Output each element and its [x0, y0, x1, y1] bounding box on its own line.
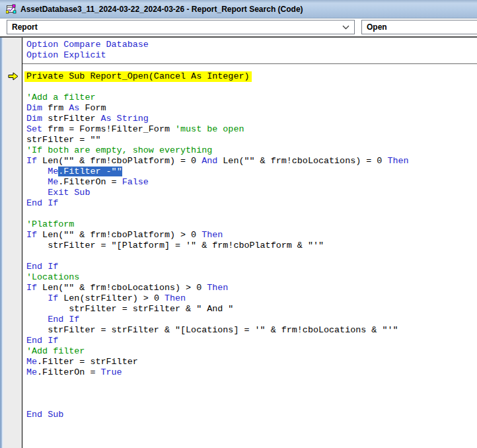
code-text — [26, 177, 48, 187]
code-text: strFilter = "[Platform] = '" & frm!cboPl… — [26, 241, 324, 250]
code-line[interactable]: 'Platform — [26, 219, 477, 230]
breakpoint-margin[interactable] — [3, 38, 22, 448]
code-text: End If — [26, 262, 58, 272]
code-text: And — [202, 156, 217, 166]
code-line[interactable] — [26, 82, 477, 93]
code-text: Len("" & frm!cboPlatform) = 0 — [37, 156, 202, 166]
code-line[interactable]: End If — [26, 198, 477, 209]
code-text: End If — [26, 198, 58, 208]
code-line[interactable]: Me.Fitlter -"" — [26, 167, 477, 177]
toolbar: Report Open — [0, 19, 477, 36]
code-line[interactable] — [26, 389, 477, 399]
code-text: End If — [48, 315, 79, 324]
code-text: Len("" & frm!cboLocations) > 0 — [37, 283, 207, 293]
execution-point-highlight: Private Sub Report_Open(Cancel As Intege… — [24, 71, 252, 82]
code-line[interactable]: Private Sub Report_Open(Cancel As Intege… — [26, 71, 477, 82]
code-text: 'If both are empty, show everything — [26, 145, 212, 155]
code-line[interactable]: End If — [26, 315, 477, 325]
code-window-icon[interactable] — [6, 4, 17, 15]
code-line[interactable]: Exit Sub — [26, 188, 477, 198]
code-line[interactable] — [26, 378, 477, 389]
code-line[interactable]: strFilter = "" — [26, 135, 477, 145]
code-text: Dim — [26, 103, 42, 113]
code-line[interactable] — [26, 209, 477, 219]
code-line[interactable]: Set frm = Forms!Filter_Form 'must be ope… — [26, 124, 477, 135]
code-text: Len("" & frm!cboPlatform) > 0 — [37, 230, 202, 240]
code-text: Option Explicit — [26, 50, 106, 60]
code-line[interactable]: End If — [26, 336, 477, 346]
execution-point-arrow-icon[interactable] — [8, 72, 18, 81]
code-text: Then — [165, 293, 186, 303]
vba-code-window: AssetDatabase3_11_2024-03-22_2024-03-26 … — [0, 0, 477, 448]
code-text — [26, 315, 48, 324]
code-text: Len(strFilter) > 0 — [58, 293, 165, 303]
code-text: False — [122, 177, 149, 187]
code-text: strFilter = "" — [26, 135, 101, 145]
code-text: True — [101, 367, 122, 377]
code-text — [26, 167, 48, 176]
code-line[interactable]: Me.FilterOn = True — [26, 367, 477, 378]
code-text: .FilterOn = — [58, 177, 122, 187]
code-text: Option Compare Database — [26, 40, 149, 50]
code-text: 'must be open — [175, 124, 244, 134]
code-text: End Sub — [26, 410, 63, 420]
code-line[interactable]: End Sub — [26, 410, 477, 420]
code-text: frm — [42, 103, 69, 113]
code-line[interactable]: 'If both are empty, show everything — [26, 145, 477, 156]
code-line[interactable] — [26, 420, 477, 431]
code-text — [26, 293, 48, 303]
code-line[interactable]: If Len("" & frm!cboPlatform) = 0 And Len… — [26, 156, 477, 167]
procedure-dropdown-value: Open — [367, 20, 387, 34]
code-text: strFilter — [42, 114, 100, 124]
code-text: .FilterOn = — [37, 367, 100, 377]
code-text: End If — [26, 336, 58, 346]
code-line[interactable]: Dim strFilter As String — [26, 114, 477, 124]
code-line[interactable]: If Len("" & frm!cboPlatform) > 0 Then — [26, 230, 477, 241]
code-text: Me — [26, 367, 37, 377]
code-line[interactable]: strFilter = strFilter & "[Locations] = '… — [26, 325, 477, 336]
code-text: Form — [79, 103, 106, 113]
code-text: Private Sub Report_Open(Cancel As Intege… — [26, 71, 250, 81]
chevron-down-icon — [342, 25, 349, 30]
code-text: Then — [387, 156, 408, 166]
code-line[interactable]: 'Locations — [26, 272, 477, 283]
code-line[interactable]: 'Add filter — [26, 346, 477, 357]
code-text: Then — [207, 283, 228, 293]
code-line[interactable]: Option Compare Database — [26, 40, 477, 50]
code-text: strFilter = strFilter & "[Locations] = '… — [26, 325, 398, 335]
code-line[interactable] — [26, 431, 477, 441]
title-bar[interactable]: AssetDatabase3_11_2024-03-22_2024-03-26 … — [0, 0, 477, 19]
code-text: As — [69, 103, 79, 113]
window-title: AssetDatabase3_11_2024-03-22_2024-03-26 … — [20, 5, 303, 14]
code-text: Set — [26, 124, 42, 134]
code-text: Exit Sub — [48, 188, 90, 198]
code-text: 'Platform — [26, 219, 74, 229]
selected-text: .Fitlter -"" — [58, 167, 122, 176]
object-dropdown-value: Report — [12, 20, 38, 34]
procedure-dropdown[interactable]: Open — [361, 20, 477, 34]
code-line[interactable]: If Len(strFilter) > 0 Then — [26, 293, 477, 304]
code-line[interactable]: Me.Filter = strFilter — [26, 357, 477, 367]
code-text — [26, 188, 48, 198]
code-line[interactable]: Me.FilterOn = False — [26, 177, 477, 188]
object-dropdown[interactable]: Report — [7, 20, 355, 34]
code-line[interactable] — [26, 441, 477, 448]
code-line[interactable]: 'Add a filter — [26, 93, 477, 103]
code-line[interactable]: End If — [26, 262, 477, 272]
code-text: If — [26, 156, 37, 166]
code-text: Dim — [26, 114, 42, 124]
code-editor[interactable]: Option Compare DatabaseOption ExplicitPr… — [22, 38, 477, 448]
code-line[interactable] — [26, 399, 477, 410]
procedure-separator[interactable] — [26, 61, 477, 71]
code-text: 'Add filter — [26, 346, 85, 356]
code-text: If — [48, 293, 58, 303]
code-line[interactable]: strFilter = "[Platform] = '" & frm!cboPl… — [26, 241, 477, 251]
code-text: Then — [202, 230, 223, 240]
code-line[interactable]: Dim frm As Form — [26, 103, 477, 114]
code-line[interactable]: If Len("" & frm!cboLocations) > 0 Then — [26, 283, 477, 293]
code-line[interactable] — [26, 251, 477, 262]
code-line[interactable]: strFilter = strFilter & " And " — [26, 304, 477, 315]
code-text: If — [26, 283, 37, 293]
code-line[interactable]: Option Explicit — [26, 50, 477, 61]
code-text: Len("" & frm!cboLocations) = 0 — [217, 156, 387, 166]
